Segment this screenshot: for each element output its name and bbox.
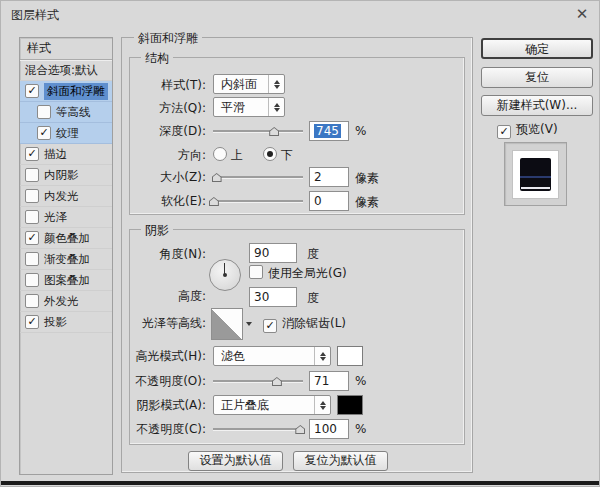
style-item-label: 斜面和浮雕 (44, 83, 108, 100)
highlight-opacity-thumb[interactable] (272, 377, 282, 386)
depth-slider[interactable] (213, 125, 303, 137)
style-item-label: 图案叠加 (44, 273, 90, 288)
style-list-item[interactable]: 图案叠加 (20, 270, 112, 291)
shadow-opacity-input[interactable]: 100 (309, 419, 349, 439)
shadow-opacity-label: 不透明度(C): (81, 419, 206, 439)
style-item-label: 纹理 (56, 126, 79, 141)
style-preview-inner (512, 150, 559, 199)
direction-down-radio[interactable]: 下 (263, 148, 293, 162)
size-slider-thumb[interactable] (212, 173, 222, 182)
shadow-color-swatch[interactable] (337, 395, 363, 415)
new-style-button[interactable]: 新建样式(W)... (481, 95, 593, 116)
shadow-opacity-slider[interactable] (213, 423, 303, 435)
style-item-checkbox[interactable] (25, 273, 39, 287)
gloss-contour-label: 光泽等高线: (81, 313, 206, 333)
shadow-mode-value: 正片叠底 (214, 397, 314, 414)
styles-list-header: 样式 (20, 38, 112, 60)
style-list-item[interactable]: ✓颜色叠加 (20, 228, 112, 249)
style-item-checkbox[interactable]: ✓ (25, 315, 39, 329)
style-dropdown-value: 内斜面 (214, 76, 268, 93)
angle-input[interactable]: 90 (249, 243, 297, 263)
depth-label: 深度(D): (101, 121, 206, 141)
style-preview-thumbnail (520, 158, 551, 191)
style-preview-well (504, 142, 567, 206)
structure-legend: 结构 (141, 50, 173, 67)
shadow-opacity-unit: % (355, 422, 366, 436)
make-default-button[interactable]: 设置为默认值 (188, 451, 283, 471)
style-item-checkbox[interactable]: ✓ (25, 84, 39, 98)
updown-arrow-icon (314, 396, 330, 414)
window-bottom-edge (1, 481, 599, 485)
size-input[interactable]: 2 (309, 167, 349, 187)
soften-label: 软化(E): (101, 191, 206, 211)
updown-arrow-icon (268, 75, 284, 93)
soften-slider[interactable] (213, 195, 303, 207)
preview-checkbox[interactable]: ✓预览(V) (497, 121, 558, 139)
style-item-checkbox[interactable] (37, 105, 51, 119)
angle-label: 角度(N): (101, 244, 206, 264)
style-list-item[interactable]: 内阴影 (20, 165, 112, 186)
depth-slider-thumb[interactable] (269, 127, 279, 136)
highlight-opacity-slider[interactable] (213, 375, 303, 387)
style-item-checkbox[interactable]: ✓ (25, 147, 39, 161)
style-list-item[interactable]: ✓纹理 (20, 123, 112, 144)
depth-input[interactable]: 745 (309, 121, 349, 141)
ok-button[interactable]: 确定 (481, 38, 593, 59)
panel-title: 斜面和浮雕 (134, 30, 202, 47)
style-list-item[interactable]: 混合选项:默认 (20, 60, 112, 81)
highlight-opacity-input[interactable]: 71 (309, 371, 349, 391)
style-item-label: 混合选项:默认 (25, 63, 98, 78)
highlight-mode-value: 滤色 (214, 348, 314, 365)
style-list-item[interactable]: 光泽 (20, 207, 112, 228)
styles-list: 混合选项:默认✓斜面和浮雕等高线✓纹理✓描边内阴影内发光光泽✓颜色叠加渐变叠加图… (20, 60, 112, 333)
style-list-item[interactable]: 渐变叠加 (20, 249, 112, 270)
style-item-label: 渐变叠加 (44, 252, 90, 267)
direction-up-radio[interactable]: 上 (213, 148, 243, 162)
style-list-item[interactable]: ✓斜面和浮雕 (20, 81, 112, 102)
size-label: 大小(Z): (101, 167, 206, 187)
shading-legend: 阴影 (141, 222, 173, 239)
style-list-item[interactable]: ✓描边 (20, 144, 112, 165)
style-item-checkbox[interactable] (25, 189, 39, 203)
altitude-label: 高度: (101, 286, 206, 306)
shadow-mode-dropdown[interactable]: 正片叠底 (213, 395, 331, 415)
gloss-contour-thumbnail[interactable] (211, 308, 243, 340)
soften-unit: 像素 (355, 194, 379, 211)
antialias-box[interactable]: ✓ (263, 319, 277, 333)
style-item-label: 颜色叠加 (44, 231, 90, 246)
global-light-checkbox[interactable]: 使用全局光(G) (249, 263, 347, 283)
style-item-label: 光泽 (44, 210, 67, 225)
contour-dropdown-arrow-icon[interactable] (242, 308, 255, 340)
style-list-item[interactable]: 等高线 (20, 102, 112, 123)
style-item-checkbox[interactable] (25, 168, 39, 182)
style-item-checkbox[interactable] (25, 210, 39, 224)
reset-button[interactable]: 复位 (481, 67, 593, 88)
style-item-checkbox[interactable] (25, 252, 39, 266)
updown-arrow-icon (268, 98, 284, 116)
size-slider[interactable] (213, 171, 303, 183)
reset-default-button[interactable]: 复位为默认值 (293, 451, 388, 471)
soften-input[interactable]: 0 (309, 191, 349, 211)
highlight-mode-dropdown[interactable]: 滤色 (213, 346, 331, 366)
updown-arrow-icon (314, 347, 330, 365)
style-dropdown[interactable]: 内斜面 (213, 74, 285, 94)
shadow-mode-label: 阴影模式(A): (81, 395, 206, 415)
style-item-label: 内发光 (44, 189, 79, 204)
preview-box[interactable]: ✓ (497, 125, 511, 139)
style-item-checkbox[interactable]: ✓ (37, 126, 51, 140)
style-item-checkbox[interactable]: ✓ (25, 231, 39, 245)
depth-unit: % (355, 124, 366, 138)
altitude-input[interactable]: 30 (249, 287, 297, 307)
global-light-box[interactable] (249, 265, 263, 279)
style-list-item[interactable]: 外发光 (20, 291, 112, 312)
style-item-label: 等高线 (56, 105, 91, 120)
close-icon[interactable]: ✕ (573, 5, 591, 23)
style-list-item[interactable]: 内发光 (20, 186, 112, 207)
highlight-color-swatch[interactable] (337, 346, 363, 366)
style-item-checkbox[interactable] (25, 294, 39, 308)
technique-dropdown[interactable]: 平滑 (213, 97, 285, 117)
angle-dial[interactable] (209, 259, 241, 291)
antialias-checkbox[interactable]: ✓消除锯齿(L) (263, 313, 346, 333)
highlight-opacity-label: 不透明度(O): (81, 371, 206, 391)
angle-unit: 度 (307, 246, 319, 263)
